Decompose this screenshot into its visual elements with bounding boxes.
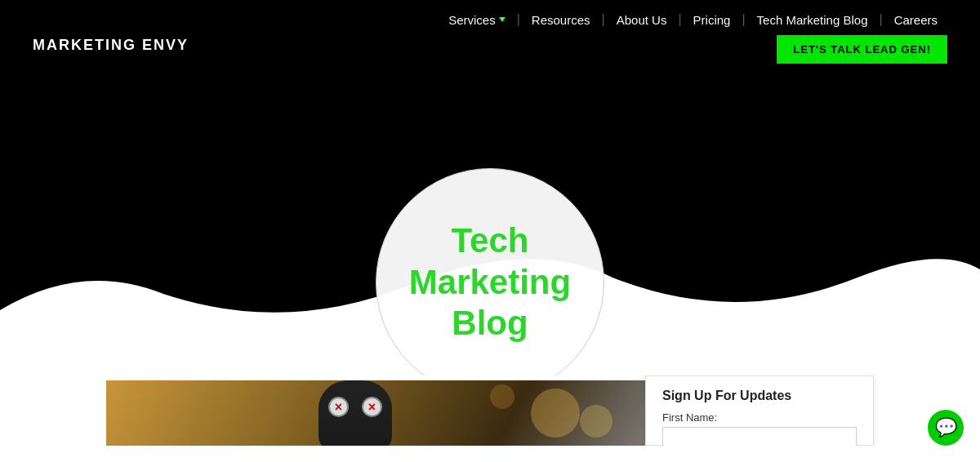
nav-link-about[interactable]: About Us [607,13,677,27]
nav-links: Services | Resources | About Us | Pricin… [439,12,947,27]
nav-separator-1: | [515,12,522,27]
main-nav: Services | Resources | About Us | Pricin… [439,0,947,64]
nav-link-pricing[interactable]: Pricing [684,13,741,27]
nav-link-resources[interactable]: Resources [522,13,600,27]
nav-link-careers[interactable]: Careers [884,13,947,27]
nav-item-resources[interactable]: Resources [522,13,600,27]
nav-link-blog[interactable]: Tech Marketing Blog [747,13,878,27]
chat-icon: 💬 [935,417,957,438]
nav-separator-4: | [740,12,746,27]
signup-panel: Sign Up For Updates First Name: [645,375,874,446]
nav-item-about[interactable]: About Us [607,13,677,27]
hero-title: Tech Marketing Blog [376,220,604,344]
nav-item-blog[interactable]: Tech Marketing Blog [747,13,878,27]
nav-separator-3: | [676,12,683,27]
header: MARKETING ENVY Services | Resources | Ab… [0,0,980,98]
dropdown-arrow-icon [499,17,506,22]
chat-button[interactable]: 💬 [928,410,964,446]
logo[interactable]: MARKETING ENVY [33,12,189,78]
first-name-label: First Name: [662,411,857,424]
hero-circle: Tech Marketing Blog [376,168,604,375]
hero-section: Tech Marketing Blog [0,98,980,375]
nav-item-services[interactable]: Services [439,13,515,27]
nav-separator-2: | [600,12,607,27]
blog-image: × × [106,380,678,446]
first-name-input[interactable] [662,427,857,446]
nav-separator-5: | [877,12,884,27]
nav-item-pricing[interactable]: Pricing [684,13,741,27]
nav-item-careers[interactable]: Careers [884,13,947,27]
signup-title: Sign Up For Updates [662,389,857,403]
cta-button[interactable]: LET'S TALK LEAD GEN! [777,35,947,64]
nav-link-services[interactable]: Services [439,13,515,27]
logo-text: MARKETING ENVY [33,37,189,54]
bottom-section: × × Sign Up For Updates First Name: [0,375,980,446]
